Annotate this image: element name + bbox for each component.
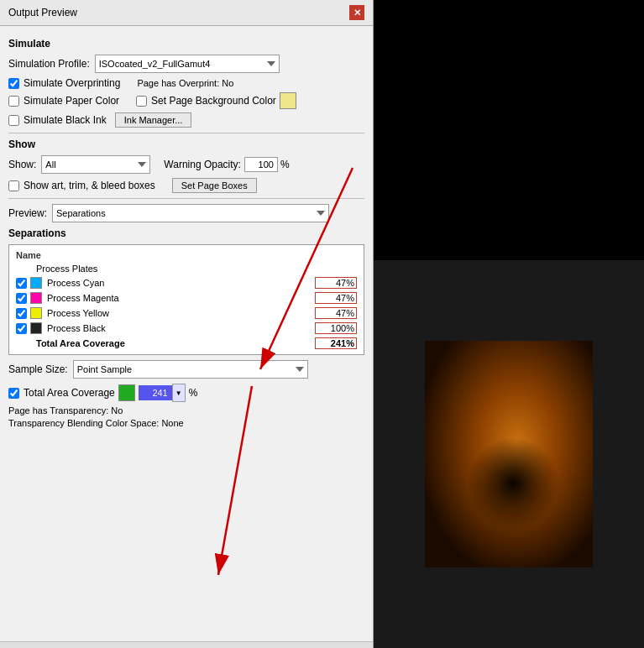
simulation-profile-row: Simulation Profile: ISOcoated_v2_FullGam…: [8, 55, 364, 73]
sep-name-black: Process Black: [47, 323, 315, 333]
preview-select[interactable]: Separations: [52, 204, 329, 222]
sep-pct-cyan: 47%: [315, 277, 357, 289]
sep-pct-tac: 241%: [315, 337, 357, 349]
sep-col-name: Name: [13, 248, 360, 262]
page-transparency-label: Page has Transparency:: [8, 405, 108, 415]
svg-point-5: [467, 437, 559, 530]
show-art-trim-row: Show art, trim, & bleed boxes Set Page B…: [8, 178, 364, 193]
sample-size-row: Sample Size: Point Sample: [8, 360, 364, 379]
simulation-profile-label: Simulation Profile:: [8, 58, 90, 70]
sample-size-select[interactable]: Point Sample: [73, 360, 308, 379]
title-bar: Output Preview ✕: [0, 0, 373, 26]
tac-checkbox[interactable]: [8, 388, 19, 399]
warning-opacity-unit: %: [280, 159, 290, 170]
show-label: Show:: [8, 159, 36, 170]
right-panel: [374, 0, 644, 648]
simulate-overprinting-checkbox[interactable]: [8, 78, 19, 89]
tac-color-swatch: [118, 384, 135, 401]
sep-name-cyan: Process Cyan: [47, 278, 315, 288]
sep-name-yellow: Process Yellow: [47, 308, 315, 318]
divider-2: [8, 198, 364, 199]
warning-opacity-input[interactable]: 100: [244, 157, 278, 172]
resize-handle: [0, 641, 373, 648]
show-section-label: Show: [8, 138, 364, 150]
sep-row-yellow: Process Yellow 47%: [13, 306, 360, 321]
warning-opacity-label: Warning Opacity:: [164, 159, 241, 170]
blending-value: None: [161, 418, 183, 428]
sep-name-magenta: Process Magenta: [47, 293, 315, 303]
show-row: Show: All Warning Opacity: 100 %: [8, 155, 364, 174]
sep-name-tac: Total Area Coverage: [36, 338, 315, 348]
tac-row: Total Area Coverage ▼ %: [8, 384, 364, 402]
simulate-black-ink-checkbox[interactable]: [8, 115, 19, 126]
sep-color-black: [30, 322, 42, 334]
simulate-overprinting-row: Simulate Overprinting Page has Overprint…: [8, 77, 364, 89]
set-page-bg-color-row: Set Page Background Color: [136, 92, 296, 109]
preview-label: Preview:: [8, 207, 47, 219]
simulate-overprinting-label: Simulate Overprinting: [24, 77, 120, 89]
sep-pct-black: 100%: [315, 322, 357, 334]
blending-color-space-row: Transparency Blending Color Space: None: [8, 418, 364, 428]
sep-row-cyan: Process Cyan 47%: [13, 275, 360, 290]
tac-value-input[interactable]: [139, 385, 172, 400]
sep-color-yellow: [30, 307, 42, 319]
tac-unit: %: [189, 387, 198, 399]
simulate-paper-color-label: Simulate Paper Color: [24, 95, 119, 107]
ink-manager-button[interactable]: Ink Manager...: [115, 112, 192, 128]
left-panel: Output Preview ✕ Simulate Simulation Pro…: [0, 0, 374, 648]
page-transparency-value: No: [111, 405, 123, 415]
tac-dropdown-button[interactable]: ▼: [172, 384, 186, 402]
sep-checkbox-black[interactable]: [16, 323, 27, 334]
sep-pct-yellow: 47%: [315, 307, 357, 319]
sep-row-tac: Total Area Coverage 241%: [13, 336, 360, 351]
separations-section-label: Separations: [8, 227, 364, 239]
simulation-profile-select[interactable]: ISOcoated_v2_FullGamut4: [95, 55, 280, 73]
show-art-trim-checkbox[interactable]: [8, 180, 19, 191]
set-page-bg-color-checkbox[interactable]: [136, 96, 147, 107]
simulate-paper-color-checkbox[interactable]: [8, 96, 19, 107]
sep-checkbox-cyan[interactable]: [16, 278, 27, 289]
sep-color-magenta: [30, 292, 42, 304]
set-page-bg-color-label: Set Page Background Color: [151, 95, 276, 107]
sep-row-black: Process Black 100%: [13, 321, 360, 336]
sep-row-magenta: Process Magenta 47%: [13, 290, 360, 306]
set-page-boxes-button[interactable]: Set Page Boxes: [172, 178, 257, 193]
blending-label: Transparency Blending Color Space:: [8, 418, 159, 428]
window-title: Output Preview: [8, 7, 77, 18]
sep-checkbox-magenta[interactable]: [16, 293, 27, 304]
bg-color-swatch[interactable]: [280, 92, 296, 109]
simulate-section-label: Simulate: [8, 38, 364, 50]
sep-name-plates: Process Plates: [36, 264, 315, 274]
sep-pct-magenta: 47%: [315, 292, 357, 304]
close-button[interactable]: ✕: [349, 5, 364, 20]
page-transparency-row: Page has Transparency: No: [8, 405, 364, 415]
sep-checkbox-yellow[interactable]: [16, 308, 27, 319]
page-has-overprint-text: Page has Overprint: No: [137, 78, 233, 88]
show-art-trim-label: Show art, trim, & bleed boxes: [24, 180, 155, 191]
separations-box: Name Process Plates Process Cyan 47% Pro…: [8, 244, 364, 355]
simulate-black-ink-row: Simulate Black Ink Ink Manager...: [8, 112, 364, 128]
simulate-paper-color-row: Simulate Paper Color: [8, 95, 119, 107]
simulate-black-ink-label: Simulate Black Ink: [24, 114, 107, 126]
divider-1: [8, 133, 364, 133]
sample-size-label: Sample Size:: [8, 363, 68, 375]
show-select[interactable]: All: [41, 155, 150, 174]
preview-row: Preview: Separations: [8, 204, 364, 222]
sep-row-plates: Process Plates: [13, 262, 360, 275]
panel-content: Simulate Simulation Profile: ISOcoated_v…: [0, 26, 373, 641]
color-preview-svg: [425, 341, 593, 567]
sep-color-cyan: [30, 277, 42, 289]
right-top-preview: [374, 0, 644, 260]
right-bottom-preview: [374, 260, 644, 648]
tac-label: Total Area Coverage: [24, 387, 115, 399]
